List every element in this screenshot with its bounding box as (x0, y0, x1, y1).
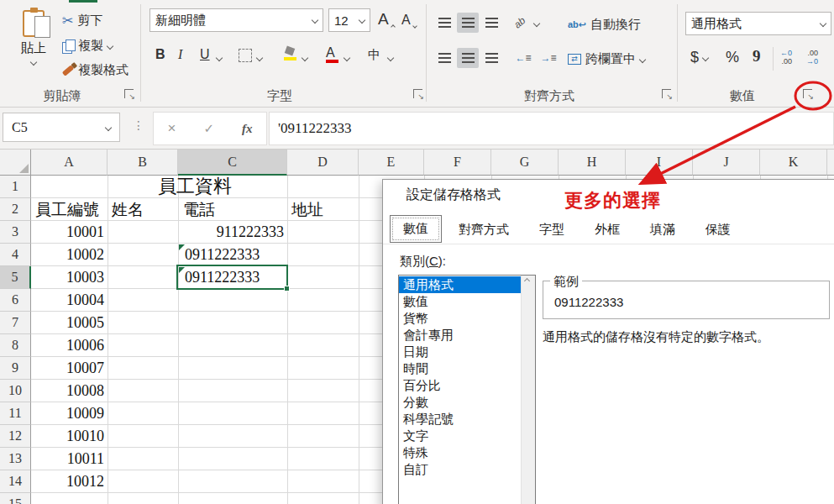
borders-dropdown-icon[interactable] (256, 55, 263, 61)
row-header[interactable]: 3 (0, 221, 31, 244)
alignment-dialog-launcher[interactable] (662, 89, 671, 98)
phonetic-guide-button[interactable]: 中 (368, 47, 380, 63)
row-header[interactable]: 9 (0, 357, 31, 380)
employee-id-cell[interactable]: 10002 (31, 244, 104, 266)
employee-id-cell[interactable]: 10011 (31, 448, 104, 470)
bold-button[interactable]: B (155, 47, 165, 62)
column-header[interactable]: J (693, 150, 760, 176)
dialog-tab[interactable]: 保護 (692, 218, 744, 243)
wrap-text-button[interactable]: ab↩ 自動換行 (568, 17, 641, 33)
employee-id-cell[interactable]: 10010 (31, 425, 104, 448)
category-item[interactable]: 貨幣 (399, 310, 521, 327)
dialog-tab[interactable]: 數值 (390, 215, 442, 243)
phonetic-dropdown-icon[interactable] (387, 55, 394, 61)
orientation-button[interactable]: ab (509, 13, 531, 33)
row-header[interactable]: 2 (0, 198, 31, 221)
currency-button[interactable]: $ (690, 49, 708, 66)
table-header-cell[interactable]: 地址 (291, 199, 323, 222)
number-format-combo[interactable]: 通用格式 (685, 12, 831, 35)
row-header[interactable]: 15 (0, 493, 31, 504)
font-dialog-launcher[interactable] (413, 89, 422, 98)
decrease-indent-button[interactable]: ←≡ (512, 48, 534, 68)
fill-handle[interactable] (284, 286, 290, 291)
formula-input[interactable]: '0911222333 (269, 112, 834, 145)
align-left-button[interactable] (433, 48, 455, 68)
scroll-up-icon[interactable] (524, 278, 530, 284)
employee-id-cell[interactable]: 10005 (31, 312, 104, 334)
category-item[interactable]: 通用格式 (399, 276, 521, 293)
increase-decimal-button[interactable]: ←0 .00 (780, 49, 792, 66)
select-all-corner[interactable] (0, 150, 31, 176)
fill-color-dropdown-icon[interactable] (302, 55, 308, 61)
formula-bar-grip[interactable]: ⋮ (133, 118, 144, 132)
row-header[interactable]: 13 (0, 448, 31, 470)
row-header[interactable]: 10 (0, 380, 31, 402)
grow-font-button[interactable]: A (378, 10, 395, 29)
dialog-tab[interactable]: 對齊方式 (445, 218, 522, 243)
font-color-dropdown-icon[interactable] (344, 55, 350, 61)
column-header[interactable]: F (424, 150, 491, 176)
row-header[interactable]: 5 (0, 266, 31, 289)
borders-button-icon[interactable] (239, 49, 252, 62)
shrink-font-button[interactable]: A (401, 13, 417, 28)
fill-color-button[interactable] (284, 47, 296, 59)
underline-button[interactable]: U (200, 47, 210, 62)
row-header[interactable]: 8 (0, 334, 31, 357)
comma-style-button[interactable]: 9 (753, 47, 761, 66)
cut-button[interactable]: ✂ 剪下 (62, 13, 102, 29)
row-header[interactable]: 7 (0, 312, 31, 334)
font-name-combo[interactable]: 新細明體 (149, 8, 323, 32)
dialog-tab[interactable]: 字型 (526, 218, 578, 243)
orientation-dropdown-icon[interactable] (533, 20, 540, 27)
row-header[interactable]: 6 (0, 289, 31, 312)
align-bottom-button[interactable] (480, 13, 502, 33)
enter-icon[interactable]: ✓ (203, 121, 214, 136)
category-item[interactable]: 自訂 (399, 461, 521, 478)
employee-id-cell[interactable]: 10006 (31, 334, 104, 357)
table-header-cell[interactable]: 姓名 (112, 199, 144, 222)
paste-button[interactable]: 貼上 (12, 10, 55, 87)
column-header[interactable]: E (359, 150, 424, 176)
align-middle-button[interactable] (457, 13, 479, 33)
cell-c4[interactable]: 0911222333 (185, 244, 260, 266)
font-color-button[interactable]: A (326, 45, 335, 60)
cancel-icon[interactable]: × (167, 120, 176, 137)
employee-id-cell[interactable]: 10007 (31, 357, 104, 380)
employee-id-cell[interactable]: 10004 (31, 289, 104, 312)
align-top-button[interactable] (433, 13, 455, 33)
column-header[interactable]: K (760, 150, 827, 176)
font-size-combo[interactable]: 12 (328, 8, 370, 32)
format-painter-button[interactable]: 複製格式 (62, 62, 129, 78)
category-item[interactable]: 百分比 (399, 377, 521, 394)
column-header[interactable]: I (626, 150, 693, 176)
category-item[interactable]: 會計專用 (399, 327, 521, 344)
row-header[interactable]: 11 (0, 402, 31, 425)
cell-c3[interactable]: 911222333 (178, 221, 284, 244)
number-dialog-launcher[interactable] (803, 89, 812, 98)
row-header[interactable]: 1 (0, 176, 31, 198)
percent-style-button[interactable]: % (726, 49, 739, 66)
insert-function-icon[interactable]: fx (242, 122, 253, 136)
column-header[interactable]: D (287, 150, 359, 176)
category-item[interactable]: 數值 (399, 293, 521, 310)
cell-title[interactable]: 員工資料 (31, 176, 359, 198)
row-header[interactable]: 4 (0, 244, 31, 266)
align-right-button[interactable] (480, 48, 502, 68)
increase-indent-button[interactable]: →≡ (538, 48, 559, 68)
employee-id-cell[interactable]: 10003 (31, 266, 104, 289)
dialog-tab[interactable]: 外框 (581, 218, 633, 243)
employee-id-cell[interactable]: 10001 (31, 221, 104, 244)
column-header[interactable]: G (491, 150, 559, 176)
category-item[interactable]: 日期 (399, 344, 521, 360)
category-item[interactable]: 文字 (399, 428, 521, 444)
listbox-scrollbar[interactable] (521, 276, 535, 504)
employee-id-cell[interactable]: 10009 (31, 402, 104, 425)
name-box-dropdown-icon[interactable] (105, 123, 112, 130)
row-header[interactable]: 12 (0, 425, 31, 448)
copy-button[interactable]: 複製 (62, 38, 113, 54)
column-header[interactable]: A (31, 150, 108, 176)
underline-dropdown-icon[interactable] (216, 55, 223, 61)
table-header-cell[interactable]: 員工編號 (35, 199, 99, 222)
category-item[interactable]: 科學記號 (399, 411, 521, 428)
category-item[interactable]: 特殊 (399, 444, 521, 461)
